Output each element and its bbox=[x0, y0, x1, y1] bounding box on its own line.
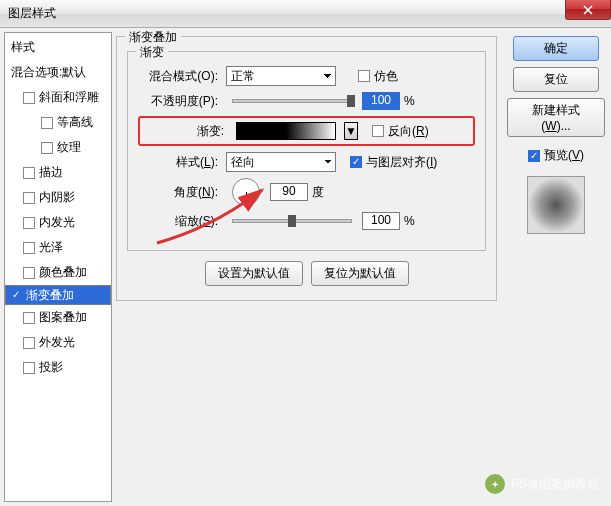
new-style-button[interactable]: 新建样式(W)... bbox=[507, 98, 605, 137]
sidebar-label-10: 外发光 bbox=[39, 334, 75, 351]
sidebar-label-3: 描边 bbox=[39, 164, 63, 181]
main-panel: 渐变叠加 渐变 混合模式(O): 正常 仿色 不透明度(P): 100 % bbox=[112, 28, 501, 506]
scale-pct: % bbox=[404, 214, 415, 228]
content: 样式 混合选项:默认 斜面和浮雕等高线纹理描边内阴影内发光光泽颜色叠加渐变叠加图… bbox=[0, 28, 611, 506]
sidebar-header-blend[interactable]: 混合选项:默认 bbox=[5, 60, 111, 85]
align-label: 与图层对齐(I) bbox=[366, 154, 437, 171]
window-title: 图层样式 bbox=[8, 5, 56, 22]
angle-label: 角度(N): bbox=[138, 184, 218, 201]
right-panel: 确定 复位 新建样式(W)... 预览(V) bbox=[501, 28, 611, 506]
opacity-row: 不透明度(P): 100 % bbox=[138, 92, 475, 110]
dither-label: 仿色 bbox=[374, 68, 398, 85]
preview-row: 预览(V) bbox=[528, 147, 584, 164]
sidebar-checkbox-5[interactable] bbox=[23, 217, 35, 229]
scale-row: 缩放(S): 100 % bbox=[138, 212, 475, 230]
blend-mode-label: 混合模式(O): bbox=[138, 68, 218, 85]
preview-swatch bbox=[527, 176, 585, 234]
scale-value[interactable]: 100 bbox=[362, 212, 400, 230]
sidebar-checkbox-10[interactable] bbox=[23, 337, 35, 349]
align-checkbox[interactable] bbox=[350, 156, 362, 168]
sidebar-item-8[interactable]: 渐变叠加 bbox=[5, 285, 111, 305]
sidebar-item-10[interactable]: 外发光 bbox=[5, 330, 111, 355]
default-buttons: 设置为默认值 复位为默认值 bbox=[127, 261, 486, 286]
sidebar-checkbox-4[interactable] bbox=[23, 192, 35, 204]
angle-value[interactable]: 90 bbox=[270, 183, 308, 201]
gradient-subgroup: 渐变 混合模式(O): 正常 仿色 不透明度(P): 100 % 渐变: bbox=[127, 51, 486, 251]
gradient-overlay-group: 渐变叠加 渐变 混合模式(O): 正常 仿色 不透明度(P): 100 % bbox=[116, 36, 497, 301]
gradient-preview[interactable] bbox=[236, 122, 336, 140]
set-default-button[interactable]: 设置为默认值 bbox=[205, 261, 303, 286]
angle-dial[interactable] bbox=[232, 178, 260, 206]
sidebar-label-1: 等高线 bbox=[57, 114, 93, 131]
reverse-label: 反向(R) bbox=[388, 123, 429, 140]
opacity-label: 不透明度(P): bbox=[138, 93, 218, 110]
close-button[interactable] bbox=[565, 0, 611, 20]
sidebar-checkbox-9[interactable] bbox=[23, 312, 35, 324]
ok-button[interactable]: 确定 bbox=[513, 36, 599, 61]
reset-default-button[interactable]: 复位为默认值 bbox=[311, 261, 409, 286]
sidebar-checkbox-3[interactable] bbox=[23, 167, 35, 179]
sidebar-item-1[interactable]: 等高线 bbox=[5, 110, 111, 135]
sidebar-checkbox-11[interactable] bbox=[23, 362, 35, 374]
reverse-checkbox[interactable] bbox=[372, 125, 384, 137]
watermark-text: PS修图案例教程 bbox=[511, 476, 599, 493]
sidebar-item-4[interactable]: 内阴影 bbox=[5, 185, 111, 210]
subgroup-title: 渐变 bbox=[136, 44, 168, 61]
title-bar: 图层样式 bbox=[0, 0, 611, 28]
opacity-pct: % bbox=[404, 94, 415, 108]
sidebar-item-3[interactable]: 描边 bbox=[5, 160, 111, 185]
dither-checkbox[interactable] bbox=[358, 70, 370, 82]
sidebar-checkbox-6[interactable] bbox=[23, 242, 35, 254]
preview-checkbox[interactable] bbox=[528, 150, 540, 162]
sidebar-label-2: 纹理 bbox=[57, 139, 81, 156]
styles-sidebar: 样式 混合选项:默认 斜面和浮雕等高线纹理描边内阴影内发光光泽颜色叠加渐变叠加图… bbox=[4, 32, 112, 502]
sidebar-item-0[interactable]: 斜面和浮雕 bbox=[5, 85, 111, 110]
style-row: 样式(L): 径向 与图层对齐(I) bbox=[138, 152, 475, 172]
style-select[interactable]: 径向 bbox=[226, 152, 336, 172]
sidebar-label-11: 投影 bbox=[39, 359, 63, 376]
sidebar-label-0: 斜面和浮雕 bbox=[39, 89, 99, 106]
angle-row: 角度(N): 90 度 bbox=[138, 178, 475, 206]
angle-deg: 度 bbox=[312, 184, 324, 201]
sidebar-item-7[interactable]: 颜色叠加 bbox=[5, 260, 111, 285]
close-icon bbox=[583, 5, 593, 15]
sidebar-label-4: 内阴影 bbox=[39, 189, 75, 206]
blend-mode-row: 混合模式(O): 正常 仿色 bbox=[138, 66, 475, 86]
gradient-row-highlight: 渐变: ▼ 反向(R) bbox=[138, 116, 475, 146]
wechat-icon: ✦ bbox=[485, 474, 505, 494]
cancel-button[interactable]: 复位 bbox=[513, 67, 599, 92]
opacity-slider[interactable] bbox=[232, 99, 352, 103]
sidebar-label-9: 图案叠加 bbox=[39, 309, 87, 326]
watermark: ✦ PS修图案例教程 bbox=[485, 474, 599, 494]
sidebar-header-style[interactable]: 样式 bbox=[5, 35, 111, 60]
preview-label: 预览(V) bbox=[544, 147, 584, 164]
sidebar-checkbox-7[interactable] bbox=[23, 267, 35, 279]
sidebar-item-9[interactable]: 图案叠加 bbox=[5, 305, 111, 330]
gradient-label: 渐变: bbox=[144, 123, 224, 140]
sidebar-item-11[interactable]: 投影 bbox=[5, 355, 111, 380]
blend-mode-select[interactable]: 正常 bbox=[226, 66, 336, 86]
sidebar-label-5: 内发光 bbox=[39, 214, 75, 231]
sidebar-item-6[interactable]: 光泽 bbox=[5, 235, 111, 260]
sidebar-item-5[interactable]: 内发光 bbox=[5, 210, 111, 235]
sidebar-item-2[interactable]: 纹理 bbox=[5, 135, 111, 160]
style-label: 样式(L): bbox=[138, 154, 218, 171]
sidebar-checkbox-2[interactable] bbox=[41, 142, 53, 154]
sidebar-label-8: 渐变叠加 bbox=[26, 287, 74, 304]
sidebar-checkbox-0[interactable] bbox=[23, 92, 35, 104]
sidebar-checkbox-1[interactable] bbox=[41, 117, 53, 129]
scale-slider[interactable] bbox=[232, 219, 352, 223]
sidebar-label-7: 颜色叠加 bbox=[39, 264, 87, 281]
opacity-value[interactable]: 100 bbox=[362, 92, 400, 110]
sidebar-checkbox-8[interactable] bbox=[10, 289, 22, 301]
scale-label: 缩放(S): bbox=[138, 213, 218, 230]
gradient-dropdown[interactable]: ▼ bbox=[344, 122, 358, 140]
sidebar-label-6: 光泽 bbox=[39, 239, 63, 256]
